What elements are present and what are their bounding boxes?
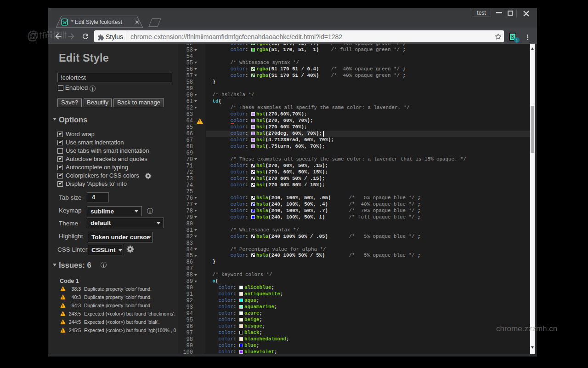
svg-text:S: S bbox=[63, 19, 66, 25]
